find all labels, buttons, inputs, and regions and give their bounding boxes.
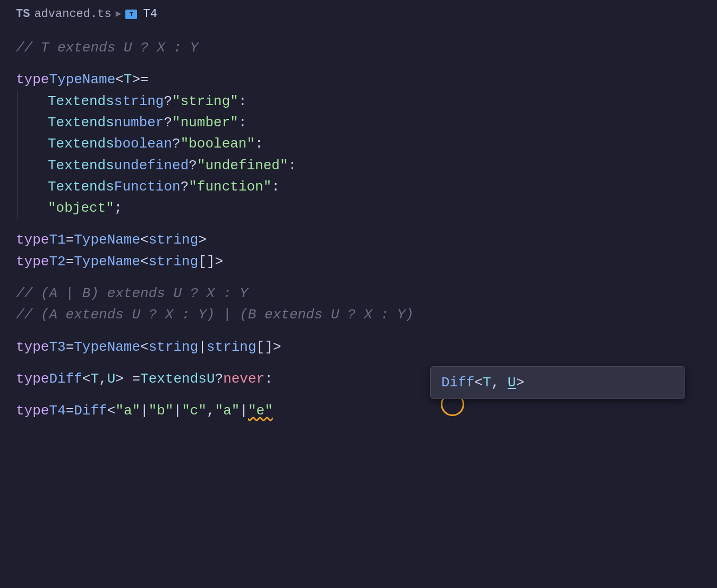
type-param-T: T [124,69,132,90]
tooltip-diff-name: Diff [441,375,474,391]
code-line-typename-decl: type TypeName<T> = [16,69,717,90]
blank-line-1 [16,58,717,69]
blank-line-4 [16,326,717,336]
tooltip-u-param: U [508,375,516,391]
code-line-comment3: // (A extends U ? X : Y) | (B extends U … [16,304,717,325]
t4-type-icon: T [125,10,137,19]
code-line-number-extends: T extends number ? "number" : [48,112,717,133]
code-line-undefined-extends: T extends undefined ? "undefined" : [48,155,717,176]
code-line-comment2: // (A | B) extends U ? X : Y [16,283,717,304]
code-editor: // T extends U ? X : Y type TypeName<T> … [0,27,717,432]
typename-name: TypeName [49,69,115,90]
breadcrumb-ts-label: TS [16,5,30,23]
breadcrumb-file[interactable]: advanced.ts [34,5,111,23]
code-line-t1: type T1 = TypeName<string> [16,229,717,250]
breadcrumb-t4: T4 [143,5,157,23]
comment-text-1: // T extends U ? X : Y [16,37,198,58]
code-line-t2: type T2 = TypeName<string[]> [16,251,717,272]
breadcrumb: TS advanced.ts ▶ T T4 [0,0,717,27]
hover-tooltip: Diff<T, U> [430,366,685,399]
tooltip-t-param: T [483,375,491,391]
angle-close-1: > [132,69,140,90]
code-line-t4: type T4 = Diff<"a" | "b" | "c", "a" | "e… [16,400,717,421]
code-line-string-extends: T extends string ? "string" : [48,91,717,112]
code-line-function-extends: T extends Function ? "function" : [48,176,717,197]
angle-open-1: < [115,69,124,90]
breadcrumb-arrow: ▶ [116,7,122,22]
tooltip-angle-open: < [474,375,483,391]
typename-body: T extends string ? "string" : T extends … [16,91,717,219]
code-line-t3: type T3 = TypeName<string | string[]> [16,336,717,358]
code-line-object: "object"; [48,197,717,219]
indent-guide-line [17,91,18,219]
code-line-comment1: // T extends U ? X : Y [16,37,717,58]
code-line-boolean-extends: T extends boolean ? "boolean" : [48,133,717,154]
blank-line-2 [16,219,717,229]
code-line-diff: type Diff<T, U> = T extends U ? never : … [16,368,717,390]
kw-type-1: type [16,69,49,90]
blank-line-3 [16,272,717,283]
equals-1: = [140,69,149,90]
